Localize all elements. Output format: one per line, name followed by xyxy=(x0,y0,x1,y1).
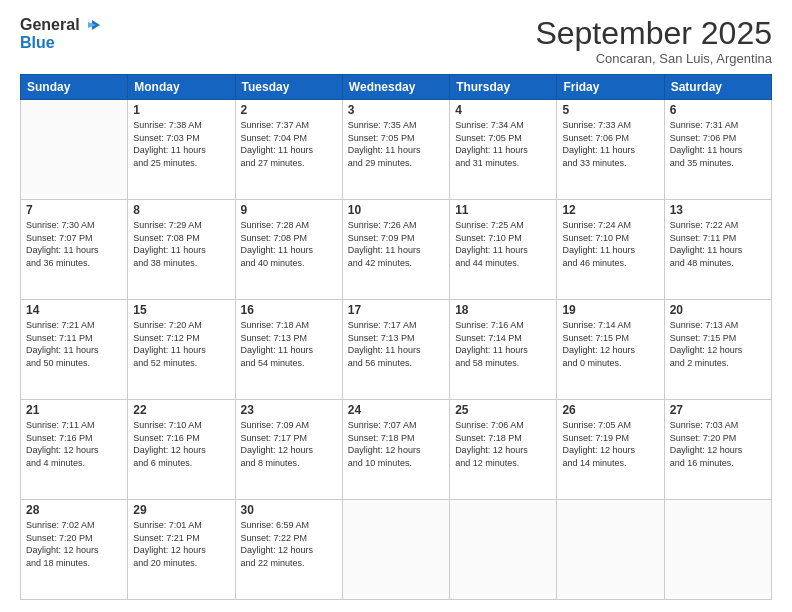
calendar-week-row: 28Sunrise: 7:02 AM Sunset: 7:20 PM Dayli… xyxy=(21,500,772,600)
calendar-week-row: 1Sunrise: 7:38 AM Sunset: 7:03 PM Daylig… xyxy=(21,100,772,200)
day-info: Sunrise: 7:02 AM Sunset: 7:20 PM Dayligh… xyxy=(26,519,122,569)
table-row: 16Sunrise: 7:18 AM Sunset: 7:13 PM Dayli… xyxy=(235,300,342,400)
table-row: 8Sunrise: 7:29 AM Sunset: 7:08 PM Daylig… xyxy=(128,200,235,300)
day-number: 20 xyxy=(670,303,766,317)
day-number: 3 xyxy=(348,103,444,117)
day-info: Sunrise: 6:59 AM Sunset: 7:22 PM Dayligh… xyxy=(241,519,337,569)
table-row: 3Sunrise: 7:35 AM Sunset: 7:05 PM Daylig… xyxy=(342,100,449,200)
table-row: 21Sunrise: 7:11 AM Sunset: 7:16 PM Dayli… xyxy=(21,400,128,500)
table-row: 20Sunrise: 7:13 AM Sunset: 7:15 PM Dayli… xyxy=(664,300,771,400)
day-number: 15 xyxy=(133,303,229,317)
day-info: Sunrise: 7:25 AM Sunset: 7:10 PM Dayligh… xyxy=(455,219,551,269)
table-row: 5Sunrise: 7:33 AM Sunset: 7:06 PM Daylig… xyxy=(557,100,664,200)
day-number: 5 xyxy=(562,103,658,117)
day-number: 13 xyxy=(670,203,766,217)
day-info: Sunrise: 7:16 AM Sunset: 7:14 PM Dayligh… xyxy=(455,319,551,369)
day-number: 14 xyxy=(26,303,122,317)
day-number: 16 xyxy=(241,303,337,317)
day-number: 7 xyxy=(26,203,122,217)
day-info: Sunrise: 7:10 AM Sunset: 7:16 PM Dayligh… xyxy=(133,419,229,469)
header-sunday: Sunday xyxy=(21,75,128,100)
table-row: 9Sunrise: 7:28 AM Sunset: 7:08 PM Daylig… xyxy=(235,200,342,300)
day-info: Sunrise: 7:13 AM Sunset: 7:15 PM Dayligh… xyxy=(670,319,766,369)
table-row xyxy=(342,500,449,600)
day-number: 25 xyxy=(455,403,551,417)
subtitle: Concaran, San Luis, Argentina xyxy=(535,51,772,66)
day-info: Sunrise: 7:33 AM Sunset: 7:06 PM Dayligh… xyxy=(562,119,658,169)
table-row: 10Sunrise: 7:26 AM Sunset: 7:09 PM Dayli… xyxy=(342,200,449,300)
month-title: September 2025 xyxy=(535,16,772,51)
day-number: 23 xyxy=(241,403,337,417)
table-row: 18Sunrise: 7:16 AM Sunset: 7:14 PM Dayli… xyxy=(450,300,557,400)
day-number: 24 xyxy=(348,403,444,417)
day-number: 29 xyxy=(133,503,229,517)
table-row: 17Sunrise: 7:17 AM Sunset: 7:13 PM Dayli… xyxy=(342,300,449,400)
day-number: 22 xyxy=(133,403,229,417)
day-info: Sunrise: 7:29 AM Sunset: 7:08 PM Dayligh… xyxy=(133,219,229,269)
day-info: Sunrise: 7:34 AM Sunset: 7:05 PM Dayligh… xyxy=(455,119,551,169)
day-number: 18 xyxy=(455,303,551,317)
day-number: 27 xyxy=(670,403,766,417)
day-info: Sunrise: 7:18 AM Sunset: 7:13 PM Dayligh… xyxy=(241,319,337,369)
table-row: 25Sunrise: 7:06 AM Sunset: 7:18 PM Dayli… xyxy=(450,400,557,500)
table-row: 23Sunrise: 7:09 AM Sunset: 7:17 PM Dayli… xyxy=(235,400,342,500)
day-number: 26 xyxy=(562,403,658,417)
table-row xyxy=(557,500,664,600)
day-number: 12 xyxy=(562,203,658,217)
day-number: 9 xyxy=(241,203,337,217)
day-info: Sunrise: 7:11 AM Sunset: 7:16 PM Dayligh… xyxy=(26,419,122,469)
calendar-week-row: 7Sunrise: 7:30 AM Sunset: 7:07 PM Daylig… xyxy=(21,200,772,300)
table-row: 4Sunrise: 7:34 AM Sunset: 7:05 PM Daylig… xyxy=(450,100,557,200)
header-saturday: Saturday xyxy=(664,75,771,100)
day-info: Sunrise: 7:35 AM Sunset: 7:05 PM Dayligh… xyxy=(348,119,444,169)
table-row: 6Sunrise: 7:31 AM Sunset: 7:06 PM Daylig… xyxy=(664,100,771,200)
header-thursday: Thursday xyxy=(450,75,557,100)
day-info: Sunrise: 7:31 AM Sunset: 7:06 PM Dayligh… xyxy=(670,119,766,169)
title-block: September 2025 Concaran, San Luis, Argen… xyxy=(535,16,772,66)
day-number: 8 xyxy=(133,203,229,217)
table-row: 13Sunrise: 7:22 AM Sunset: 7:11 PM Dayli… xyxy=(664,200,771,300)
table-row: 14Sunrise: 7:21 AM Sunset: 7:11 PM Dayli… xyxy=(21,300,128,400)
table-row xyxy=(450,500,557,600)
day-info: Sunrise: 7:14 AM Sunset: 7:15 PM Dayligh… xyxy=(562,319,658,369)
table-row: 30Sunrise: 6:59 AM Sunset: 7:22 PM Dayli… xyxy=(235,500,342,600)
table-row: 22Sunrise: 7:10 AM Sunset: 7:16 PM Dayli… xyxy=(128,400,235,500)
calendar-week-row: 14Sunrise: 7:21 AM Sunset: 7:11 PM Dayli… xyxy=(21,300,772,400)
day-info: Sunrise: 7:21 AM Sunset: 7:11 PM Dayligh… xyxy=(26,319,122,369)
calendar-table: Sunday Monday Tuesday Wednesday Thursday… xyxy=(20,74,772,600)
day-info: Sunrise: 7:07 AM Sunset: 7:18 PM Dayligh… xyxy=(348,419,444,469)
page: General Blue September 2025 Concaran, Sa… xyxy=(0,0,792,612)
logo-blue: Blue xyxy=(20,34,100,52)
calendar-body: 1Sunrise: 7:38 AM Sunset: 7:03 PM Daylig… xyxy=(21,100,772,600)
day-info: Sunrise: 7:24 AM Sunset: 7:10 PM Dayligh… xyxy=(562,219,658,269)
day-number: 1 xyxy=(133,103,229,117)
logo-general: General xyxy=(20,16,80,34)
table-row: 19Sunrise: 7:14 AM Sunset: 7:15 PM Dayli… xyxy=(557,300,664,400)
day-info: Sunrise: 7:28 AM Sunset: 7:08 PM Dayligh… xyxy=(241,219,337,269)
table-row: 11Sunrise: 7:25 AM Sunset: 7:10 PM Dayli… xyxy=(450,200,557,300)
day-info: Sunrise: 7:05 AM Sunset: 7:19 PM Dayligh… xyxy=(562,419,658,469)
table-row: 28Sunrise: 7:02 AM Sunset: 7:20 PM Dayli… xyxy=(21,500,128,600)
day-number: 21 xyxy=(26,403,122,417)
day-info: Sunrise: 7:01 AM Sunset: 7:21 PM Dayligh… xyxy=(133,519,229,569)
day-number: 28 xyxy=(26,503,122,517)
table-row: 2Sunrise: 7:37 AM Sunset: 7:04 PM Daylig… xyxy=(235,100,342,200)
header-wednesday: Wednesday xyxy=(342,75,449,100)
day-info: Sunrise: 7:38 AM Sunset: 7:03 PM Dayligh… xyxy=(133,119,229,169)
day-number: 30 xyxy=(241,503,337,517)
day-info: Sunrise: 7:26 AM Sunset: 7:09 PM Dayligh… xyxy=(348,219,444,269)
day-number: 19 xyxy=(562,303,658,317)
table-row: 15Sunrise: 7:20 AM Sunset: 7:12 PM Dayli… xyxy=(128,300,235,400)
day-info: Sunrise: 7:37 AM Sunset: 7:04 PM Dayligh… xyxy=(241,119,337,169)
day-number: 4 xyxy=(455,103,551,117)
day-info: Sunrise: 7:30 AM Sunset: 7:07 PM Dayligh… xyxy=(26,219,122,269)
table-row: 29Sunrise: 7:01 AM Sunset: 7:21 PM Dayli… xyxy=(128,500,235,600)
table-row: 7Sunrise: 7:30 AM Sunset: 7:07 PM Daylig… xyxy=(21,200,128,300)
header-tuesday: Tuesday xyxy=(235,75,342,100)
table-row: 27Sunrise: 7:03 AM Sunset: 7:20 PM Dayli… xyxy=(664,400,771,500)
day-info: Sunrise: 7:20 AM Sunset: 7:12 PM Dayligh… xyxy=(133,319,229,369)
header: General Blue September 2025 Concaran, Sa… xyxy=(20,16,772,66)
header-monday: Monday xyxy=(128,75,235,100)
header-row: Sunday Monday Tuesday Wednesday Thursday… xyxy=(21,75,772,100)
day-number: 17 xyxy=(348,303,444,317)
